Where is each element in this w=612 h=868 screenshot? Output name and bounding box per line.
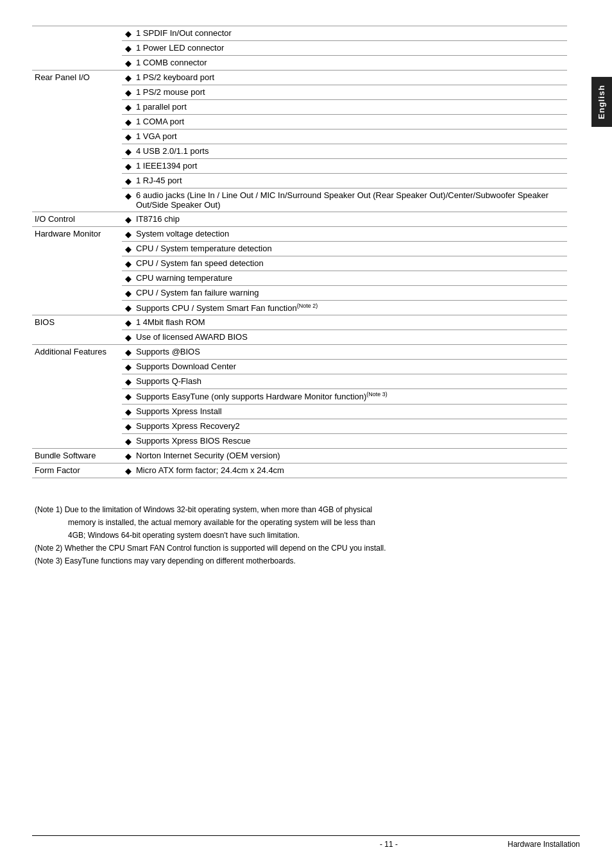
bullet: ◆	[122, 129, 135, 144]
row-value: 1 parallel port	[135, 100, 567, 115]
bullet: ◆	[122, 404, 135, 419]
bullet: ◆	[122, 360, 135, 374]
bottom-label: Hardware Installation	[507, 840, 580, 849]
row-value: 1 RJ-45 port	[135, 174, 567, 188]
bullet: ◆	[122, 115, 135, 129]
row-value: Supports CPU / System Smart Fan function…	[135, 301, 567, 315]
note3-label: (Note 3)	[35, 556, 62, 565]
note1-label: (Note 1)	[35, 505, 62, 514]
row-value: Supports Xpress Install	[135, 404, 567, 419]
row-value: System voltage detection	[135, 227, 567, 242]
row-value: Supports EasyTune (only supports Hardwar…	[135, 389, 567, 404]
table-row: I/O Control◆IT8716 chip	[32, 212, 567, 227]
row-label: Hardware Monitor	[32, 227, 122, 315]
bullet: ◆	[122, 271, 135, 286]
english-tab: English	[591, 77, 612, 127]
row-value: 1 COMB connector	[135, 56, 567, 71]
note2: (Note 2) Whether the CPU Smart FAN Contr…	[35, 542, 567, 554]
row-value: 1 PS/2 mouse port	[135, 85, 567, 100]
page-container: English ◆1 SPDIF In/Out connector◆1 Powe…	[0, 0, 612, 868]
table-row: Rear Panel I/O◆1 PS/2 keyboard port	[32, 71, 567, 85]
row-value: IT8716 chip	[135, 212, 567, 227]
row-value: CPU / System fan failure warning	[135, 286, 567, 301]
note1-text: Due to the limitation of Windows 32-bit …	[65, 505, 373, 514]
row-value: Micro ATX form factor; 24.4cm x 24.4cm	[135, 463, 567, 478]
bullet: ◆	[122, 242, 135, 256]
row-value: 1 PS/2 keyboard port	[135, 71, 567, 85]
row-label	[32, 26, 122, 71]
row-value: 1 Power LED connector	[135, 41, 567, 56]
bullet: ◆	[122, 71, 135, 85]
note3-text: EasyTune functions may vary depending on…	[65, 556, 296, 565]
bullet: ◆	[122, 286, 135, 301]
row-value: 1 COMA port	[135, 115, 567, 129]
row-label: BIOS	[32, 315, 122, 345]
row-value: 4 USB 2.0/1.1 ports	[135, 144, 567, 159]
bullet: ◆	[122, 41, 135, 56]
note1-cont: memory is installed, the actual memory a…	[35, 517, 567, 528]
bullet: ◆	[122, 100, 135, 115]
main-content: ◆1 SPDIF In/Out connector◆1 Power LED co…	[32, 26, 580, 567]
row-value: Supports Q-Flash	[135, 374, 567, 389]
bullet: ◆	[122, 56, 135, 71]
table-row: ◆1 SPDIF In/Out connector	[32, 26, 567, 41]
bullet: ◆	[122, 212, 135, 227]
bullet: ◆	[122, 227, 135, 242]
bullet: ◆	[122, 144, 135, 159]
row-value: CPU / System fan speed detection	[135, 256, 567, 271]
table-row: Bundle Software◆Norton Internet Security…	[32, 448, 567, 463]
bullet: ◆	[122, 256, 135, 271]
row-value: Use of licensed AWARD BIOS	[135, 330, 567, 345]
bullet: ◆	[122, 374, 135, 389]
row-label: Rear Panel I/O	[32, 71, 122, 212]
row-value: Norton Internet Security (OEM version)	[135, 448, 567, 463]
bullet: ◆	[122, 159, 135, 174]
row-value: 1 IEEE1394 port	[135, 159, 567, 174]
table-row: BIOS◆1 4Mbit flash ROM	[32, 315, 567, 330]
note2-text: Whether the CPU Smart FAN Control functi…	[65, 544, 386, 553]
row-value: CPU warning temperature	[135, 271, 567, 286]
table-row: Additional Features◆Supports @BIOS	[32, 345, 567, 360]
bullet: ◆	[122, 315, 135, 330]
row-value: Supports @BIOS	[135, 345, 567, 360]
row-label: Bundle Software	[32, 448, 122, 463]
footer-notes: (Note 1) Due to the limitation of Window…	[32, 504, 567, 567]
note3: (Note 3) EasyTune functions may vary dep…	[35, 555, 567, 567]
bottom-bar: - 11 - Hardware Installation	[32, 835, 580, 849]
bullet: ◆	[122, 174, 135, 188]
note1: (Note 1) Due to the limitation of Window…	[35, 504, 567, 515]
bullet: ◆	[122, 330, 135, 345]
bullet: ◆	[122, 188, 135, 212]
row-value: 6 audio jacks (Line In / Line Out / MIC …	[135, 188, 567, 212]
page-number: - 11 -	[270, 840, 508, 849]
bullet: ◆	[122, 301, 135, 315]
table-row: Hardware Monitor◆System voltage detectio…	[32, 227, 567, 242]
bullet: ◆	[122, 26, 135, 41]
bullet: ◆	[122, 419, 135, 433]
row-value: Supports Download Center	[135, 360, 567, 374]
bullet: ◆	[122, 433, 135, 448]
row-value: 1 4Mbit flash ROM	[135, 315, 567, 330]
row-label: Additional Features	[32, 345, 122, 448]
row-value: Supports Xpress Recovery2	[135, 419, 567, 433]
table-row: Form Factor◆Micro ATX form factor; 24.4c…	[32, 463, 567, 478]
bullet: ◆	[122, 85, 135, 100]
bullet: ◆	[122, 463, 135, 478]
bullet: ◆	[122, 448, 135, 463]
row-value: Supports Xpress BIOS Rescue	[135, 433, 567, 448]
row-value: 1 VGA port	[135, 129, 567, 144]
bullet: ◆	[122, 345, 135, 360]
row-value: 1 SPDIF In/Out connector	[135, 26, 567, 41]
row-label: I/O Control	[32, 212, 122, 227]
note2-label: (Note 2)	[35, 544, 62, 553]
bullet: ◆	[122, 389, 135, 404]
spec-table: ◆1 SPDIF In/Out connector◆1 Power LED co…	[32, 26, 567, 478]
row-value: CPU / System temperature detection	[135, 242, 567, 256]
note1-cont2: 4GB; Windows 64-bit operating system doe…	[35, 530, 567, 541]
row-label: Form Factor	[32, 463, 122, 478]
